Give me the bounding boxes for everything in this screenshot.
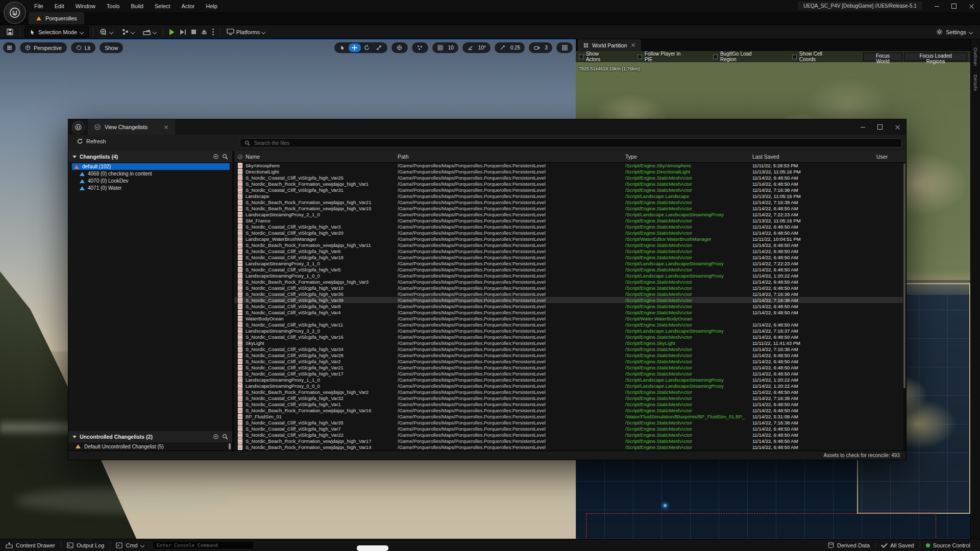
search-icon[interactable] [222, 434, 228, 440]
table-row[interactable]: S_Nordic_Coastal_Cliff_viSlcjpfa_high_Va… [234, 230, 903, 236]
wp-toggle[interactable]: Show Actors [579, 51, 614, 62]
menu-item[interactable]: Build [126, 3, 149, 9]
target-filter-icon[interactable] [213, 154, 219, 160]
table-row[interactable]: S_Nordic_Beach_Rock_Formation_vewjdajqx_… [234, 242, 903, 248]
table-row[interactable]: LandscapeStreamingProxy_1_1_0 /Game/Porq… [234, 377, 903, 383]
collapse-caret-icon[interactable] [72, 156, 77, 158]
play-button[interactable] [169, 29, 175, 35]
rotate-tool[interactable] [361, 43, 373, 52]
table-row[interactable]: S_Nordic_Coastal_Cliff_viSlcjpfa_high_Va… [234, 187, 903, 193]
table-row[interactable]: S_Nordic_Coastal_Cliff_viSlcjpfa_high_Va… [234, 248, 903, 254]
uncontrolled-changelist-item[interactable]: Default Uncontrolled Changelist (5) [68, 442, 232, 450]
table-row[interactable]: LandscapeStreamingProxy_3_1_0 /Game/Porq… [234, 260, 903, 266]
menu-item[interactable]: Help [200, 3, 223, 9]
table-row[interactable]: S_Nordic_Coastal_Cliff_viSlcjpfa_high_Va… [234, 303, 903, 309]
table-row[interactable]: S_Nordic_Coastal_Cliff_viSlcjpfa_high_Va… [234, 285, 903, 291]
refresh-button[interactable]: Refresh [77, 138, 106, 144]
table-row[interactable]: S_Nordic_Coastal_Cliff_viSlcjpfa_high_Va… [234, 352, 903, 358]
selection-mode-dropdown[interactable]: Selection Mode [24, 26, 89, 38]
table-row[interactable]: S_Nordic_Coastal_Cliff_viSlcjpfa_high_Va… [234, 291, 903, 297]
table-row[interactable]: S_Nordic_Beach_Rock_Formation_vewjdajqx_… [234, 389, 903, 395]
close-icon[interactable] [631, 43, 635, 47]
tab-porquerolles[interactable]: Porquerolles [29, 12, 84, 24]
menu-item[interactable]: Tools [101, 3, 126, 9]
source-control-button[interactable]: Source Control [920, 539, 976, 551]
platforms-dropdown[interactable]: Platforms [225, 29, 267, 35]
cinematics-button[interactable] [141, 29, 159, 36]
minimize-icon[interactable] [928, 0, 945, 12]
console-command-input[interactable] [152, 541, 254, 549]
close-icon[interactable] [164, 125, 168, 129]
table-row[interactable]: Landscape_WaterBrushManager /Game/Porque… [234, 236, 903, 242]
surface-snapping-toggle[interactable] [412, 42, 428, 53]
table-row[interactable]: LandscapeStreamingProxy_2_1_0 /Game/Porq… [234, 211, 903, 217]
menu-item[interactable]: Window [70, 3, 101, 9]
scrollbar-thumb[interactable] [903, 163, 905, 388]
frame-skip-button[interactable] [180, 30, 186, 35]
scrollbar-thumb[interactable] [229, 443, 231, 449]
stop-button[interactable] [191, 30, 196, 34]
dock-tab[interactable]: Outliner [973, 47, 978, 66]
changelist-item[interactable]: 4068 (0) checking in content [78, 170, 230, 177]
blueprints-button[interactable] [119, 28, 137, 36]
changelist-item[interactable]: default (102) [72, 163, 230, 170]
table-row[interactable]: Landscape /Game/Porquerolles/Maps/Porque… [234, 193, 903, 199]
column-header-type[interactable]: Type [625, 154, 752, 160]
table-row[interactable]: S_Nordic_Beach_Rock_Formation_vewjdajqx_… [234, 279, 903, 285]
scale-tool[interactable] [373, 43, 385, 52]
maximize-icon[interactable] [945, 0, 963, 12]
column-header-last-saved[interactable]: Last Saved [752, 154, 876, 160]
menu-item[interactable]: File [29, 3, 49, 9]
eject-button[interactable] [202, 30, 207, 34]
select-tool[interactable] [336, 43, 349, 52]
tab-world-partition[interactable]: World Partition [578, 39, 641, 51]
viewport-options-menu[interactable] [3, 42, 16, 53]
wp-toggle[interactable]: Show Cell Coords [792, 51, 840, 62]
minimize-icon[interactable] [854, 121, 871, 133]
table-row[interactable]: S_Nordic_Beach_Rock_Formation_vewjdajqx_… [234, 199, 903, 205]
table-row[interactable]: S_Nordic_Beach_Rock_Formation_vewjdajqx_… [234, 205, 903, 211]
derived-data-button[interactable]: Derived Data [822, 539, 875, 551]
changelists-header[interactable]: Changelists (4) [68, 151, 232, 162]
world-space-toggle[interactable] [391, 42, 408, 53]
viewport-type-dropdown[interactable]: Perspective [20, 42, 67, 53]
table-row[interactable]: LandscapeStreamingProxy_0_0_0 /Game/Porq… [234, 383, 903, 389]
add-actor-button[interactable] [97, 28, 115, 36]
all-saved-button[interactable]: All Saved [876, 539, 919, 551]
maximize-icon[interactable] [871, 121, 889, 133]
table-row[interactable]: SM_France /Game/Porquerolles/Maps/Porque… [234, 217, 903, 223]
move-tool[interactable] [349, 43, 361, 52]
table-row[interactable]: BP_FluidSim_01 /Game/Porquerolles/Maps/P… [234, 413, 903, 419]
table-row[interactable]: DirectionalLight /Game/Porquerolles/Maps… [234, 168, 903, 174]
table-row[interactable]: S_Nordic_Beach_Rock_Formation_vewjdajqx_… [234, 444, 903, 450]
changelist-item[interactable]: 4070 (0) LookDev [78, 178, 230, 184]
select-all-check-icon[interactable] [237, 154, 243, 160]
table-header[interactable]: Name Path Type Last Saved User [234, 151, 906, 163]
table-row[interactable]: LandscapeStreamingProxy_3_2_0 /Game/Porq… [234, 328, 903, 334]
table-row[interactable]: S_Nordic_Coastal_Cliff_viSlcjpfa_high_Va… [234, 358, 903, 364]
camera-speed-control[interactable]: 3 [529, 42, 552, 53]
table-row[interactable]: S_Nordic_Beach_Rock_Formation_vewjdajqx_… [234, 181, 903, 187]
changelist-item[interactable]: 4071 (0) Water [78, 185, 230, 191]
settings-dropdown[interactable]: Settings [936, 29, 973, 35]
table-row[interactable]: SkyLight /Game/Porquerolles/Maps/Porquer… [234, 340, 903, 346]
table-row[interactable]: S_Nordic_Coastal_Cliff_viSlcjpfa_high_Va… [234, 364, 903, 370]
play-options-kebab-icon[interactable] [212, 29, 214, 35]
table-row[interactable]: S_Nordic_Coastal_Cliff_viSlcjpfa_high_Va… [234, 174, 903, 181]
table-row[interactable]: S_Nordic_Coastal_Cliff_viSlcjpfa_high_Va… [234, 321, 903, 328]
checkbox[interactable] [713, 55, 718, 59]
table-row[interactable]: S_Nordic_Coastal_Cliff_viSlcjpfa_high_Va… [234, 346, 903, 352]
close-icon[interactable] [889, 121, 906, 133]
output-log-button[interactable]: Output Log [61, 539, 110, 551]
wp-toggle[interactable]: Follow Player in PIE [638, 51, 690, 62]
dock-tab[interactable]: Details [973, 74, 978, 91]
grid-snap-control[interactable]: 10 [432, 42, 458, 53]
table-row[interactable]: S_Nordic_Coastal_Cliff_viSlcjpfa_high_Va… [234, 254, 903, 260]
column-header-path[interactable]: Path [398, 154, 625, 160]
wp-toggle[interactable]: BugItGo Load Region [713, 51, 769, 62]
table-row[interactable]: S_Nordic_Coastal_Cliff_viSlcjpfa_high_Va… [234, 395, 903, 401]
table-row[interactable]: S_Nordic_Coastal_Cliff_viSlcjpfa_high_Va… [234, 334, 903, 340]
table-row[interactable]: S_Nordic_Beach_Rock_Formation_vewjdajqx_… [234, 438, 903, 444]
table-row[interactable]: WaterBodyOcean /Game/Porquerolles/Maps/P… [234, 315, 903, 321]
show-flags-dropdown[interactable]: Show [100, 42, 123, 53]
